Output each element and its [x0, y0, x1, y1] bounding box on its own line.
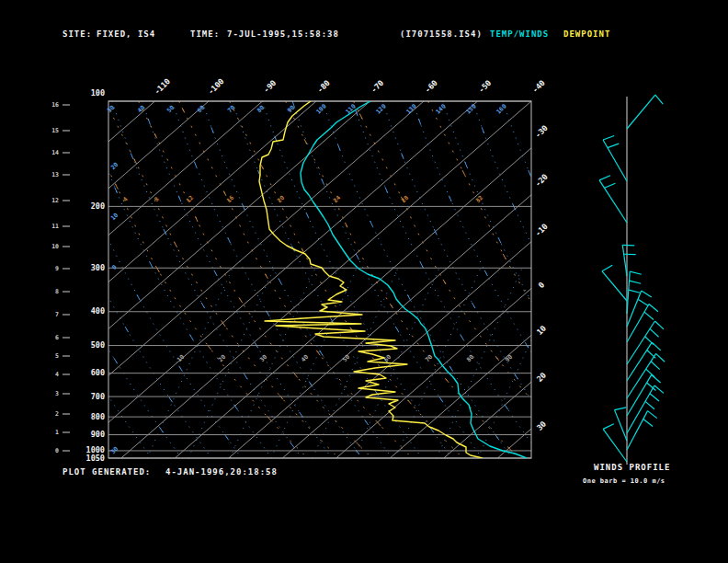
wind-barb	[599, 176, 627, 223]
wind-barb-shaft	[622, 245, 627, 276]
height-tick-label: 5	[55, 352, 59, 360]
height-tick-label: 3	[55, 390, 59, 397]
pressure-tick-label: 400	[91, 306, 105, 316]
adiabat-top-label: 50	[165, 104, 176, 114]
height-tick-label: 16	[51, 101, 59, 109]
wind-barb-flick	[656, 353, 665, 362]
dry-adiabat-dash	[353, 101, 540, 454]
wind-barb	[627, 342, 661, 381]
dry-adiabat-line	[233, 101, 419, 454]
moist-adiabat-dash	[230, 101, 460, 454]
wind-barb	[627, 95, 663, 129]
dry-adiabat-dash	[683, 101, 728, 454]
wind-barb-shaft	[627, 411, 648, 450]
wind-barb-flick	[651, 362, 660, 370]
wind-barb-flick	[650, 328, 659, 337]
wind-barb-flick	[645, 401, 654, 408]
dry-adiabat-dash	[623, 101, 728, 454]
wind-barb-flick	[602, 265, 612, 271]
height-tick-label: 14	[51, 149, 59, 156]
dry-adiabat-labels: 3040506070809010011012013014015016020100…	[106, 103, 514, 456]
wind-barb	[627, 353, 665, 398]
dry-adiabat-dash	[472, 101, 659, 454]
height-tick-label: 6	[55, 334, 59, 341]
dry-adiabat-line	[0, 101, 149, 454]
winds-profile-title: WINDS PROFILE	[594, 463, 670, 472]
adiabat-mid-label: 20	[217, 353, 227, 363]
isotherm-line	[444, 101, 728, 458]
top-temp-label: -90	[261, 78, 278, 95]
mixing-ratio-line	[478, 267, 564, 458]
wind-barb-flick	[654, 321, 664, 329]
height-tick-label: 2	[55, 410, 59, 418]
pressure-tick-label: 600	[91, 368, 105, 377]
wind-barb-flick	[642, 291, 652, 297]
pressure-tick-label: 800	[91, 412, 105, 421]
dry-adiabat-line	[202, 101, 389, 454]
moist-adiabat-line	[428, 101, 658, 454]
wind-barb-shaft	[627, 374, 652, 416]
adiabat-top-label: 90	[286, 104, 296, 114]
wind-barb-shaft	[627, 95, 655, 129]
wind-barb	[603, 424, 627, 462]
right-temp-label: 20	[535, 371, 548, 384]
dry-adiabat-line	[52, 101, 239, 454]
isotherm-line	[121, 101, 531, 458]
adiabat-top-label: 140	[435, 103, 448, 116]
moist-adiabat-label: 8	[153, 195, 160, 202]
moist-adiabat-dash	[428, 101, 658, 454]
top-temp-label: -50	[476, 78, 493, 95]
wind-barb-flick	[638, 299, 648, 305]
temp-trace	[301, 101, 527, 458]
moist-adiabat-label: 24	[332, 194, 342, 204]
wind-barb-flick	[630, 281, 642, 283]
height-tick-label: 8	[55, 288, 59, 295]
plot-generated-value: 4-JAN-1996,20:18:58	[165, 467, 278, 477]
top-temp-label: -70	[369, 78, 385, 95]
dry-adiabat-line	[112, 101, 299, 454]
adiabat-top-label: 60	[196, 104, 206, 114]
wind-barb	[627, 411, 657, 450]
dry-adiabat-line	[382, 101, 569, 454]
right-temp-labels: -30-20-100102030	[533, 123, 550, 432]
adiabat-left-label: 0	[110, 263, 118, 270]
pressure-axis-labels: 10020030040050060070080090010001050	[86, 88, 105, 463]
wind-barb-flick	[652, 374, 661, 383]
right-temp-label: 0	[537, 281, 547, 291]
adiabat-mid-label: 10	[176, 353, 186, 363]
moist-adiabat-label: 16	[225, 194, 235, 204]
trace-layer	[259, 101, 527, 458]
isotherm-line	[552, 101, 728, 458]
wind-barb-flick	[629, 290, 641, 293]
isotherm-line	[336, 101, 728, 458]
wind-barb	[615, 408, 627, 441]
moist-adiabat-label: 12	[185, 194, 195, 204]
moist-adiabat-labels: 48121620242832	[121, 194, 484, 204]
wind-profile	[599, 95, 665, 465]
height-tick-label: 4	[55, 371, 59, 378]
right-temp-label: -30	[533, 123, 550, 140]
dry-adiabat-dash	[263, 101, 449, 454]
wind-barb-shaft	[615, 410, 627, 441]
height-tick-label: 1	[55, 429, 59, 436]
height-tick-label: 12	[51, 197, 59, 204]
isotherm-line	[229, 101, 639, 458]
wind-barb-flick	[599, 176, 610, 180]
moist-adiabat-label: 28	[400, 194, 410, 204]
wind-barb-flick	[608, 144, 619, 147]
wind-barb	[627, 385, 664, 433]
dry-adiabat-line	[413, 101, 599, 454]
wind-barb-shaft	[603, 429, 627, 462]
wind-barb-flick	[654, 385, 664, 393]
isotherm-line	[0, 101, 101, 458]
dry-adiabat-line	[0, 101, 179, 454]
wind-barb-flick	[603, 424, 614, 430]
top-temp-label: -100	[206, 76, 226, 97]
adiabat-mid-label: 70	[424, 353, 434, 363]
pressure-tick-label: 200	[91, 201, 105, 211]
height-tick-label: 7	[55, 311, 59, 318]
dry-adiabat-line	[263, 101, 449, 454]
dry-adiabat-dash	[52, 101, 239, 454]
dry-adiabat-dash	[654, 101, 728, 454]
top-temp-label: -60	[423, 78, 439, 95]
